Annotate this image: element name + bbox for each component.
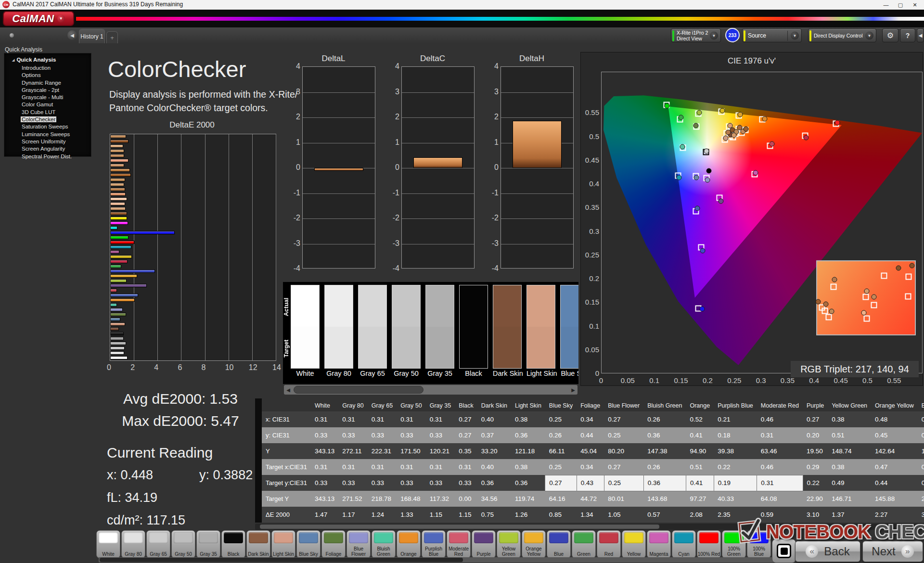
sidebar-item-saturation-sweeps[interactable]: Saturation Sweeps — [4, 123, 91, 130]
sidebar-root-node[interactable]: ◢Quick Analysis — [4, 56, 91, 64]
close-icon[interactable]: ✕ — [908, 0, 922, 10]
minimize-icon[interactable]: — — [879, 0, 893, 10]
patch-button-100-red[interactable]: 100% Red — [697, 530, 721, 558]
table-col-header: White — [311, 398, 338, 411]
patch-button-yellow[interactable]: Yellow — [622, 530, 646, 558]
source-dropdown[interactable]: Source ▼ — [742, 28, 802, 42]
settings-button[interactable]: ⚙ — [882, 28, 898, 42]
sidebar-item-options[interactable]: Options — [4, 72, 91, 79]
cie-x-tick: 0.45 — [830, 376, 851, 384]
patch-button-blue-flower[interactable]: Blue Flower — [346, 530, 371, 558]
swatch-target — [392, 327, 420, 368]
table-gutter — [255, 398, 262, 523]
swatch-actual — [460, 285, 488, 327]
maximize-icon[interactable]: ▢ — [893, 0, 908, 10]
patch-button-blue[interactable]: Blue — [547, 530, 571, 558]
meter-dropdown[interactable]: X-Rite i1Pro 2Direct View ▼ — [671, 28, 721, 42]
table-col-header: Gray 65 — [368, 398, 397, 411]
sidebar-item-color-gamut[interactable]: Color Gamut — [4, 101, 91, 108]
table-scrollbar[interactable]: ▶ — [255, 524, 924, 530]
sidebar-item-colorchecker[interactable]: ColorChecker — [4, 116, 91, 123]
patch-button-bluish-green[interactable]: Bluish Green — [372, 530, 396, 558]
patch-button-gray-80[interactable]: Gray 80 — [121, 530, 145, 558]
patch-button-100-green[interactable]: 100% Green — [722, 530, 746, 558]
sidebar-item-spectral-power-dist-[interactable]: Spectral Power Dist. — [4, 153, 91, 160]
de2000-bar-100-green — [110, 236, 128, 239]
patch-button-gray-50[interactable]: Gray 50 — [171, 530, 195, 558]
patch-button-white[interactable]: White — [96, 530, 120, 558]
display-control-dropdown[interactable]: Direct Display Control ▼ — [808, 28, 876, 42]
patch-button-green[interactable]: Green — [572, 530, 596, 558]
patch-button-cyan[interactable]: Cyan — [672, 530, 696, 558]
patch-button-dark-skin[interactable]: Dark Skin — [246, 530, 270, 558]
tab-history-1[interactable]: History 1 — [79, 29, 105, 43]
table-cell: 34.56 — [477, 491, 511, 507]
source-status-accent — [744, 30, 745, 41]
cie-measured-dot — [704, 149, 709, 154]
patch-button-purplish-blue[interactable]: Purplish Blue — [422, 530, 446, 558]
meter-name: X-Rite i1Pro 2 — [677, 30, 708, 36]
patch-button-moderate-red[interactable]: Moderate Red — [447, 530, 471, 558]
de2000-bar — [110, 144, 123, 148]
de2000-bar-yellow — [110, 255, 132, 258]
table-cell: 343.13 — [311, 443, 338, 459]
patch-button-red[interactable]: Red — [597, 530, 621, 558]
patch-toolbar-scrollbar[interactable] — [99, 557, 775, 563]
patch-button-orange[interactable]: Orange — [397, 530, 421, 558]
chevron-down-icon: ▼ — [865, 31, 873, 39]
inset-target-square — [825, 314, 832, 320]
tab-add-button[interactable]: + — [106, 31, 118, 43]
pattern-window-button[interactable] — [772, 539, 796, 563]
patch-button-blue-sky[interactable]: Blue Sky — [296, 530, 321, 558]
table-cell: 0.33 — [455, 475, 477, 491]
scrollbar-thumb[interactable] — [294, 386, 424, 394]
scroll-left-icon[interactable]: ◀ — [284, 385, 293, 395]
patch-button-magenta[interactable]: Magenta — [647, 530, 671, 558]
de2000-bar-orange — [110, 298, 135, 302]
cie-y-tick: 0.45 — [581, 156, 599, 164]
sidebar-item-introduction[interactable]: Introduction — [4, 64, 91, 72]
help-button[interactable]: ? — [900, 28, 915, 42]
sidebar-item-screen-angularity[interactable]: Screen Angularity — [4, 145, 91, 153]
sidebar-item-luminance-sweeps[interactable]: Luminance Sweeps — [4, 131, 91, 138]
patch-button-foliage[interactable]: Foliage — [321, 530, 346, 558]
scroll-right-icon[interactable]: ▶ — [569, 385, 578, 395]
patch-button-light-skin[interactable]: Light Skin — [271, 530, 295, 558]
sidebar-item-grayscale-2pt[interactable]: Grayscale - 2pt — [4, 87, 91, 94]
swatch-strip-scrollbar[interactable]: ◀ ▶ — [284, 385, 578, 395]
scroll-right-icon[interactable]: ▶ — [920, 524, 923, 528]
table-col-header: Yellow Green — [828, 398, 871, 411]
table-row-label: y: CIE31 — [262, 427, 311, 443]
table-cell: 0.21 — [714, 411, 757, 427]
patch-button-purple[interactable]: Purple — [472, 530, 496, 558]
next-button[interactable]: Next » — [862, 541, 923, 562]
gear-icon: ⚙ — [887, 31, 894, 40]
sidebar-item-screen-uniformity[interactable]: Screen Uniformity — [4, 138, 91, 145]
sidebar-item-3d-cube-lut[interactable]: 3D Cube LUT — [4, 109, 91, 116]
table-cell: 143.68 — [643, 491, 686, 507]
swatch-label: Blue Sky — [560, 370, 578, 377]
patch-button-100-blue[interactable]: 100% Blue — [747, 530, 771, 558]
patch-button-gray-65[interactable]: Gray 65 — [146, 530, 170, 558]
back-button[interactable]: « Back — [795, 541, 860, 562]
table-cell: 1.05 — [604, 507, 643, 523]
table-cell: 0.38 — [828, 411, 871, 427]
table-cell: 0.31 — [757, 427, 803, 443]
panel-collapse-button[interactable]: ◀ — [917, 28, 924, 42]
calman-logo-menu[interactable]: CalMAN ▼ — [3, 11, 74, 26]
sidebar-collapse-button[interactable]: ◀ — [67, 30, 77, 40]
table-row: Target Y343.13271.52218.78168.48117.320.… — [262, 491, 924, 507]
patch-button-orange-yellow[interactable]: Orange Yellow — [522, 530, 546, 558]
patch-button-black[interactable]: Black — [221, 530, 245, 558]
table-cell: 64.08 — [757, 491, 803, 507]
table-cell: 1.15 — [426, 507, 455, 523]
patch-button-gray-35[interactable]: Gray 35 — [196, 530, 220, 558]
x-tick-label: 14 — [272, 363, 281, 372]
table-cell: 0.00 — [455, 491, 477, 507]
scrollbar-thumb[interactable] — [100, 558, 463, 562]
table-row-label: Target Y — [262, 491, 311, 507]
sidebar-item-dynamic-range[interactable]: Dynamic Range — [4, 79, 91, 87]
scrollbar-thumb[interactable] — [260, 525, 659, 529]
patch-button-yellow-green[interactable]: Yellow Green — [497, 530, 521, 558]
sidebar-item-grayscale-multi[interactable]: Grayscale - Multi — [4, 94, 91, 101]
